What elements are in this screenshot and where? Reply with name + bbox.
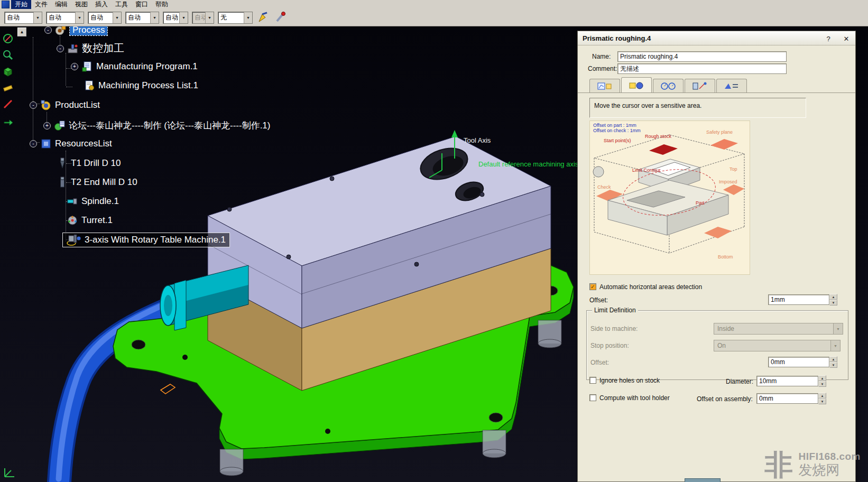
chevron-down-icon[interactable]: ▼ — [179, 12, 188, 23]
tree-item-resourceslist[interactable]: - ResourcesList — [30, 138, 112, 150]
menu-file[interactable]: 文件 — [31, 0, 51, 10]
diagram-rough-stock-label[interactable]: Rough stock — [645, 134, 671, 139]
spin-up-icon[interactable]: ▲ — [818, 375, 826, 381]
machining-diagram[interactable]: Offset on part : 1mm Offset on check : 1… — [589, 121, 750, 275]
collapse-icon[interactable]: - — [57, 45, 64, 52]
chevron-down-icon[interactable]: ▼ — [150, 12, 159, 23]
comment-input[interactable]: 无描述 — [617, 63, 787, 74]
tool-holder-checkbox[interactable] — [589, 394, 596, 401]
pen-tool-button[interactable] — [256, 11, 270, 24]
chevron-down-icon[interactable]: ▼ — [75, 12, 84, 23]
assembly-offset-spinner[interactable]: ▲ ▼ — [818, 393, 826, 404]
ok-button-partial[interactable] — [685, 478, 721, 482]
measure-icon[interactable] — [2, 82, 14, 94]
ignore-holes-checkbox[interactable] — [589, 377, 596, 384]
combo-auto-4[interactable]: 自动 ▼ — [125, 12, 159, 24]
collapse-icon[interactable]: - — [44, 26, 52, 34]
menu-tools[interactable]: 工具 — [112, 0, 132, 10]
spin-down-icon[interactable]: ▼ — [829, 300, 837, 305]
tree-item-turret[interactable]: Turret.1 — [67, 215, 113, 226]
tree-item-machine[interactable]: 3-axis With Rotary Table Machine.1 — [62, 233, 230, 247]
spin-down-icon[interactable]: ▼ — [818, 398, 826, 404]
spin-down-icon[interactable]: ▼ — [829, 362, 837, 368]
diameter-spinner[interactable]: ▲ ▼ — [818, 375, 826, 387]
expand-icon[interactable]: + — [43, 122, 51, 129]
stop-position-label: Stop position: — [590, 342, 629, 349]
tree-item-manufacturing-program[interactable]: + Manufacturing Program.1 — [71, 61, 198, 72]
plate-hole-small — [182, 355, 188, 360]
diagram-imposed-label[interactable]: Imposed — [719, 179, 737, 184]
menu-start[interactable]: 开始 — [11, 0, 31, 10]
chevron-down-icon[interactable]: ▼ — [244, 12, 252, 23]
diagram-part-label[interactable]: Part — [696, 200, 705, 206]
chevron-down-icon[interactable]: ▼ — [33, 12, 42, 23]
close-button[interactable]: ✕ — [842, 34, 851, 43]
diagram-bottom-label[interactable]: Bottom — [718, 254, 733, 259]
limit-offset-input[interactable]: 0mm — [768, 357, 829, 367]
tab-strategy[interactable] — [589, 79, 620, 93]
brush-tool-button[interactable] — [274, 11, 288, 24]
tree-item-nc-machining[interactable]: - 数控加工 — [57, 41, 124, 55]
tree-item-part[interactable]: + 论坛---泰山神龙----制作 (论坛---泰山神龙----制作.1) — [43, 119, 270, 132]
combo-auto-1[interactable]: 自动 ▼ — [4, 12, 42, 24]
spin-up-icon[interactable]: ▲ — [829, 294, 837, 300]
tab-output[interactable] — [716, 79, 747, 93]
product-list-icon — [40, 99, 52, 111]
assembly-offset-input[interactable]: 0mm — [756, 393, 818, 404]
offset-spinner[interactable]: ▲ ▼ — [829, 294, 837, 305]
diagram-start-points-label[interactable]: Start point(s) — [604, 138, 631, 143]
menu-insert[interactable]: 插入 — [91, 0, 112, 10]
spin-down-icon[interactable]: ▼ — [818, 381, 826, 387]
zoom-icon[interactable] — [2, 49, 14, 61]
diagram-limit-contour-label[interactable]: Limit Contour — [632, 168, 661, 173]
combo-none[interactable]: 无 ▼ — [218, 12, 253, 24]
tree-item-t2-end-mill[interactable]: T2 End Mill D 10 — [57, 177, 137, 188]
help-button[interactable]: ? — [824, 34, 833, 43]
spindle-icon — [67, 196, 78, 207]
diameter-input[interactable]: 10mm — [756, 376, 818, 386]
expand-icon[interactable]: + — [71, 63, 78, 70]
chevron-down-icon[interactable]: ▼ — [113, 12, 121, 23]
spin-up-icon[interactable]: ▲ — [829, 356, 837, 362]
limit-offset-spinner[interactable]: ▲ ▼ — [829, 356, 837, 368]
limit-definition-title: Limit Definition — [592, 307, 638, 314]
strategy-tab-icon — [597, 82, 613, 90]
combo-auto-2[interactable]: 自动 ▼ — [46, 12, 84, 24]
combo-auto-5[interactable]: 自动 ▼ — [163, 12, 188, 24]
tree-scroll-up-button[interactable]: ▲ — [17, 27, 26, 36]
tab-macros[interactable] — [685, 79, 715, 93]
diagram-top-label[interactable]: Top — [730, 166, 737, 172]
dialog-title-bar[interactable]: Prismatic roughing.4 — [578, 31, 855, 45]
dialog-title: Prismatic roughing.4 — [583, 34, 651, 42]
tab-feeds-speeds[interactable] — [653, 79, 684, 93]
shaded-view-icon[interactable] — [2, 66, 14, 77]
tree-item-spindle[interactable]: Spindle.1 — [67, 196, 119, 207]
diagram-check-label[interactable]: Check — [597, 184, 611, 190]
tab-geometry[interactable] — [621, 77, 652, 93]
tree-item-label: 3-axis With Rotary Table Machine.1 — [85, 235, 226, 245]
offset-input[interactable]: 1mm — [768, 294, 829, 305]
machine-icon — [67, 234, 81, 246]
menu-edit[interactable]: 编辑 — [51, 0, 71, 10]
support-foot — [220, 449, 243, 476]
name-label: Name: — [592, 53, 611, 60]
auto-detect-checkbox[interactable]: ✓ — [589, 283, 596, 290]
name-input[interactable]: Prismatic roughing.4 — [617, 51, 787, 62]
collapse-icon[interactable]: - — [30, 140, 37, 147]
combo-auto-3[interactable]: 自动 ▼ — [88, 12, 122, 24]
watermark-site: HIFI168.com — [799, 451, 861, 462]
menu-view[interactable]: 视图 — [71, 0, 91, 10]
menu-window[interactable]: 窗口 — [132, 0, 152, 10]
collapse-icon[interactable]: - — [30, 101, 37, 109]
tree-item-t1-drill[interactable]: T1 Drill D 10 — [57, 157, 121, 169]
tree-item-machining-process-list[interactable]: Machining Process List.1 — [84, 80, 198, 91]
spin-up-icon[interactable]: ▲ — [818, 393, 826, 398]
fly-mode-icon[interactable] — [2, 33, 14, 44]
tree-item-label: T2 End Mill D 10 — [71, 177, 137, 188]
offset-label: Offset: — [589, 296, 608, 304]
menu-help[interactable]: 帮助 — [152, 0, 172, 10]
pan-arrow-icon[interactable] — [2, 115, 14, 126]
tree-item-productlist[interactable]: - ProductList — [30, 99, 100, 111]
annotate-icon[interactable] — [2, 98, 14, 110]
diagram-safety-plane-label[interactable]: Safety plane — [706, 129, 733, 135]
